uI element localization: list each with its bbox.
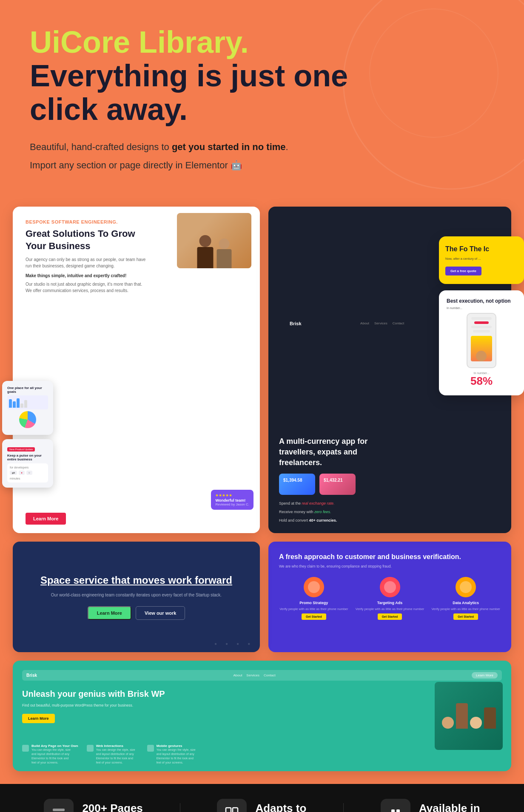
card3-decorative-dots: • • • • — [214, 640, 253, 648]
card5-body: Find out beautiful, multi-purpose WordPr… — [22, 703, 286, 708]
stat-adapts-title: Adapts to — [255, 802, 306, 812]
card4-feature3-desc: Verify people with as little as their ph… — [431, 607, 501, 612]
card5-image-inner — [435, 682, 503, 750]
card5-feature3-title: Mobile gestures — [157, 744, 199, 748]
card-verification: A fresh approach to customer and busines… — [268, 542, 511, 652]
left-card-2: New Product Update Keep a pulse on your … — [2, 439, 53, 488]
card2-amount1: $1,394.58 — [283, 478, 311, 483]
card4-feature1-desc: Verify people with as little as their ph… — [279, 607, 349, 612]
card1-body1: Our agency can only be as strong as our … — [26, 256, 148, 269]
card2-cards-container: $1,394.58 $1,432.21 — [279, 474, 501, 495]
card4-get-started-1[interactable]: Get Started — [302, 613, 326, 620]
card1-people-image — [177, 213, 251, 268]
stat-adapts-icon — [217, 799, 247, 812]
red-card-body: In number... — [447, 307, 516, 309]
card4-get-started-2[interactable]: Get Started — [378, 613, 402, 620]
red-card-title: Best execution, not option — [447, 298, 516, 305]
red-card-percent: 58% — [447, 375, 516, 388]
yellow-card-title: The Fo The Ic — [445, 245, 518, 253]
card2-section3-label: Hold and convert 40+ currencies. — [279, 518, 501, 522]
card2-section2: Receive money with zero fees. — [279, 510, 501, 514]
card2-amount2: $1,432.21 — [324, 478, 351, 483]
card5-nav-btn[interactable]: Learn More — [472, 672, 498, 679]
phone-screen — [467, 314, 496, 367]
review-reviewer: Reviewed by Jason C. — [215, 503, 249, 506]
card5-feature1-body: You can design the style, size and layou… — [31, 748, 74, 764]
svg-rect-8 — [391, 809, 395, 812]
card5-feature3-body: You can design the style, size and layou… — [157, 748, 199, 764]
card5-features: Build Any Page on Your Own You can desig… — [22, 744, 199, 764]
card2-section1-label: Spend at the real exchange rate. — [279, 501, 501, 505]
card4-feature-2: Targeting Ads Verify people with as litt… — [355, 577, 425, 620]
left-card2-timer: minutes — [10, 477, 46, 480]
left-card1-bars — [9, 397, 46, 408]
card2-title: A multi-currency app for travellers, exp… — [279, 436, 381, 468]
card3-buttons: Learn More View our work — [26, 606, 247, 620]
card4-get-started-3[interactable]: Get Started — [453, 613, 478, 620]
red-side-card: Best execution, not option In number... — [439, 290, 524, 395]
review-stars: ★★★★★ — [215, 493, 249, 497]
card5-logo: Brisk — [26, 673, 37, 678]
stat-elementor-title: Available in — [419, 802, 480, 812]
left-card2-tech: for developers git ● ○ minutes — [7, 463, 48, 483]
card4-feature2-title: Targeting Ads — [355, 601, 425, 605]
card5-feature1-title: Build Any Page on Your Own — [31, 744, 78, 748]
card5-nav-links: About Services Contact — [233, 673, 275, 677]
stats-bar: 200+ Pages & Sections Adapts to your set… — [0, 784, 524, 812]
card4-body: We are who they claim to be, ensuring co… — [279, 564, 501, 569]
card1-learn-button[interactable]: Learn More — [26, 513, 66, 525]
card1-body2-label: Make things simple, intuitive and expert… — [26, 273, 148, 279]
card2-nav: About Services Contact — [360, 321, 404, 325]
card5-feature-1: Build Any Page on Your Own You can desig… — [22, 744, 78, 764]
tech-badge-2: ● — [19, 471, 25, 475]
svg-rect-2 — [53, 809, 65, 811]
stat-elementor-text: Available in Elementor — [419, 802, 480, 812]
stat-divider-1 — [180, 803, 180, 812]
card5-content: Unleash your genius with Brisk WP Find o… — [22, 688, 286, 724]
card4-icon-3 — [456, 577, 476, 597]
stat-adapts: Adapts to your settings — [217, 799, 306, 812]
yellow-card-body: Now, after a century of ... — [445, 256, 518, 261]
svg-rect-3 — [226, 808, 231, 812]
phone-person-image — [471, 336, 492, 361]
stat-divider-2 — [343, 803, 344, 812]
stat-pages: 200+ Pages & Sections — [44, 799, 142, 812]
card5-image — [435, 682, 503, 750]
card2-card-pink: $1,432.21 — [319, 474, 356, 495]
card5-feature-3: Mobile gestures You can design the style… — [147, 744, 199, 764]
stat-elementor-icon — [381, 799, 410, 812]
left-card2-tech-label: for developers — [10, 466, 46, 469]
cards-row-2: Space service that moves work forward Ou… — [0, 537, 524, 656]
card1-title: Great Solutions To Grow Your Business — [26, 228, 148, 252]
settings-icon — [224, 806, 239, 812]
card-space-service: Space service that moves work forward Ou… — [13, 542, 260, 652]
card5-feature-2: Web Interactions You can design the styl… — [87, 744, 139, 764]
left-card2-title: Keep a pulse on your entire business — [7, 454, 48, 461]
card3-view-button[interactable]: View our work — [136, 606, 185, 620]
card2-section1: Spend at the real exchange rate. — [279, 501, 501, 505]
left-card-1: One place for all your goals — [2, 381, 53, 435]
review-badge: ★★★★★ Wonderful team! Reviewed by Jason … — [211, 490, 253, 510]
brand-name: UiCore Library. — [30, 25, 249, 59]
yellow-card-btn[interactable]: Get a free quote — [445, 267, 481, 275]
hero-title: UiCore Library. Everything is just one c… — [30, 26, 349, 127]
left-card1-donut-chart — [19, 411, 36, 428]
right-side-cards: The Fo The Ic Now, after a century of ..… — [439, 236, 524, 395]
card4-features: Promo Strategy Verify people with as lit… — [279, 577, 501, 620]
card2-card-blue: $1,394.58 — [279, 474, 315, 495]
stat-pages-text: 200+ Pages & Sections — [82, 802, 142, 812]
cards-section: Bespoke software engineering. Great Solu… — [0, 194, 524, 784]
cards-row-3: Brisk About Services Contact Learn More … — [0, 656, 524, 784]
card4-feature2-desc: Verify people with as little as their ph… — [355, 607, 425, 612]
subtitle-bold: get you started in no time — [172, 142, 286, 152]
card5-learn-button[interactable]: Learn More — [22, 714, 55, 723]
subtitle-regular: Beautiful, hand-crafted designs to — [30, 142, 172, 152]
hero-section: UiCore Library. Everything is just one c… — [0, 0, 524, 194]
card3-learn-button[interactable]: Learn More — [88, 606, 131, 620]
stat-pages-icon — [44, 799, 74, 812]
left-card1-title: One place for all your goals — [7, 386, 48, 394]
hero-title-rest: Everything is just one click away. — [30, 59, 348, 126]
card2-section2-label: Receive money with zero fees. — [279, 510, 501, 514]
tech-badge-3: ○ — [26, 471, 32, 475]
stat-pages-title: 200+ Pages — [82, 802, 142, 812]
